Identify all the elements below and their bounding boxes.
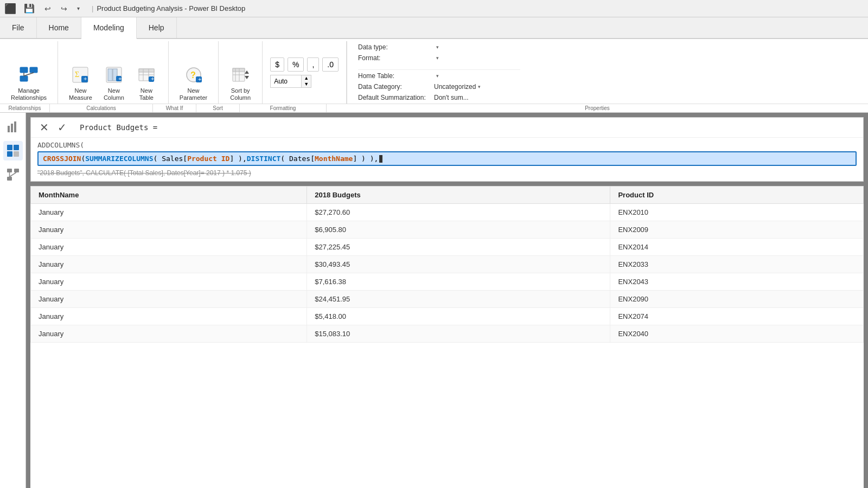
col-header-budgets[interactable]: 2018 Budgets <box>307 187 610 204</box>
svg-line-4 <box>24 73 34 76</box>
svg-text:+: + <box>151 75 154 82</box>
cell-month: January <box>31 291 307 308</box>
cell-product: ENX2074 <box>610 308 864 325</box>
formula-body: ADDCOLUMNS( CROSSJOIN ( SUMMARIZECOLUMNS… <box>31 138 863 181</box>
cell-product: ENX2090 <box>610 291 864 308</box>
cell-budget: $24,451.95 <box>307 291 610 308</box>
col-header-monthname[interactable]: MonthName <box>31 187 307 204</box>
new-measure-button[interactable]: Σ + NewMeasure <box>65 64 97 104</box>
manage-relationships-label: ManageRelationships <box>11 87 47 101</box>
comma-button[interactable]: , <box>307 57 319 72</box>
percent-button[interactable]: % <box>288 57 304 72</box>
ribbon-group-relationships: ManageRelationships <box>0 41 58 104</box>
svg-marker-30 <box>245 70 249 74</box>
tab-file[interactable]: File <box>0 17 37 38</box>
sort-by-column-button[interactable]: Sort byColumn <box>225 64 256 104</box>
save-button[interactable]: 💾 <box>21 2 38 15</box>
new-parameter-button[interactable]: ? + NewParameter <box>175 64 212 104</box>
app-logo: ⬛ <box>4 3 16 15</box>
undo-button[interactable]: ↩ <box>41 2 54 15</box>
sidebar-icon-report[interactable] <box>3 117 23 137</box>
new-column-icon: + <box>105 66 123 86</box>
properties-section: Data type: ▾ Format: ▾ Home Table: ▾ <box>347 41 531 104</box>
cell-budget: $27,225.45 <box>307 239 610 256</box>
svg-rect-36 <box>14 145 19 150</box>
sidebar-icon-data[interactable] <box>3 141 23 160</box>
table-row: January $5,418.00 ENX2074 <box>31 308 864 325</box>
formula-bar-top: ✕ ✓ Product Budgets = <box>31 118 863 138</box>
cell-month: January <box>31 239 307 256</box>
sidebar-icon-model[interactable] <box>3 165 23 184</box>
spinner-down[interactable]: ▼ <box>302 81 311 87</box>
tab-modeling[interactable]: Modeling <box>81 17 137 39</box>
data-category-value: Uncategorized ▾ <box>434 83 481 91</box>
new-parameter-label: NewParameter <box>180 87 207 101</box>
formula-cancel-button[interactable]: ✕ <box>37 121 51 134</box>
data-table: MonthName 2018 Budgets Product ID Januar… <box>30 186 864 343</box>
formula-bar: ✕ ✓ Product Budgets = ADDCOLUMNS( CROSSJ… <box>30 117 864 182</box>
table-row: January $30,493.45 ENX2033 <box>31 256 864 273</box>
home-table-value: ▾ <box>434 73 439 79</box>
dollar-button[interactable]: $ <box>270 57 284 72</box>
new-table-label: NewTable <box>139 87 154 101</box>
cell-product: ENX2033 <box>610 256 864 273</box>
auto-spinner: ▲ ▼ <box>301 75 311 87</box>
cell-product: ENX2040 <box>610 325 864 343</box>
new-column-button[interactable]: + NewColumn <box>99 64 129 104</box>
new-measure-label: NewMeasure <box>69 87 92 101</box>
default-summarization-label: Default Summarization: <box>358 94 434 101</box>
svg-rect-0 <box>20 67 28 73</box>
cell-month: January <box>31 325 307 343</box>
svg-rect-33 <box>11 124 13 132</box>
svg-rect-40 <box>14 169 19 172</box>
svg-text:Σ: Σ <box>75 70 79 79</box>
auto-input[interactable] <box>271 76 301 87</box>
tab-help[interactable]: Help <box>137 17 177 38</box>
cell-budget: $27,270.60 <box>307 204 610 221</box>
home-table-label: Home Table: <box>358 72 434 80</box>
tab-home[interactable]: Home <box>37 17 81 38</box>
main-area: ✕ ✓ Product Budgets = ADDCOLUMNS( CROSSJ… <box>0 113 868 488</box>
col-header-productid[interactable]: Product ID <box>610 187 864 204</box>
customize-toolbar-button[interactable]: ▾ <box>74 2 83 15</box>
svg-rect-15 <box>139 69 154 72</box>
home-table-row: Home Table: ▾ <box>358 69 520 80</box>
cell-product: ENX2014 <box>610 239 864 256</box>
cell-month: January <box>31 204 307 221</box>
decimal-button[interactable]: .0 <box>322 57 339 72</box>
data-category-dropdown-arrow[interactable]: ▾ <box>478 84 481 89</box>
data-table-container: MonthName 2018 Budgets Product ID Januar… <box>30 186 864 488</box>
formula-confirm-button[interactable]: ✓ <box>55 121 69 134</box>
svg-text:+: + <box>198 76 201 82</box>
properties-group-label: Properties <box>327 104 868 112</box>
table-row: January $27,225.45 ENX2014 <box>31 239 864 256</box>
window-title: Product Budgeting Analysis - Power BI De… <box>97 4 245 12</box>
svg-rect-39 <box>7 169 12 172</box>
spinner-up[interactable]: ▲ <box>302 75 311 81</box>
cursor <box>379 155 382 163</box>
new-parameter-icon: ? + <box>185 66 202 86</box>
svg-rect-32 <box>8 126 10 132</box>
content-area: ✕ ✓ Product Budgets = ADDCOLUMNS( CROSSJ… <box>26 113 868 488</box>
relationships-group-label: Relationships <box>0 104 50 112</box>
formatting-group-label: Formatting <box>240 104 327 112</box>
table-row: January $7,616.38 ENX2043 <box>31 273 864 291</box>
quick-access-toolbar: 💾 ↩ ↪ ▾ <box>21 2 83 15</box>
new-table-button[interactable]: + NewTable <box>131 64 162 104</box>
svg-rect-10 <box>108 69 112 81</box>
redo-button[interactable]: ↪ <box>58 2 71 15</box>
home-table-dropdown-arrow[interactable]: ▾ <box>436 73 439 79</box>
svg-text:?: ? <box>190 70 196 80</box>
table-row: January $6,905.80 ENX2009 <box>31 221 864 239</box>
new-measure-icon: Σ + <box>72 66 89 86</box>
format-dropdown-arrow[interactable]: ▾ <box>436 55 439 61</box>
auto-input-group: ▲ ▼ <box>270 75 311 88</box>
data-type-dropdown-arrow[interactable]: ▾ <box>436 44 439 50</box>
data-type-label: Data type: <box>358 43 434 51</box>
manage-relationships-button[interactable]: ManageRelationships <box>7 63 51 104</box>
tab-bar: File Home Modeling Help <box>0 17 868 39</box>
formula-function-name: Product Budgets = <box>80 123 157 132</box>
table-row: January $24,451.95 ENX2090 <box>31 291 864 308</box>
cell-month: January <box>31 256 307 273</box>
data-type-row: Data type: ▾ <box>358 43 520 51</box>
